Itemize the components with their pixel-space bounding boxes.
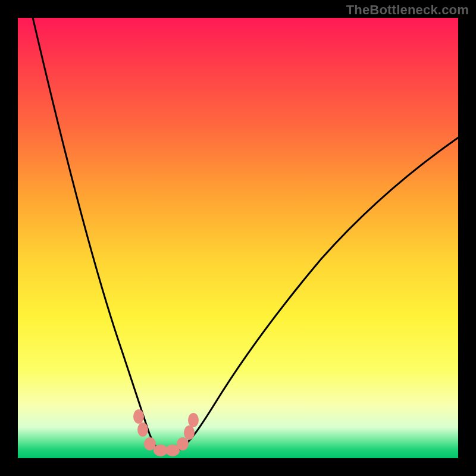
valley-markers [133, 409, 199, 456]
marker-dot [177, 437, 189, 450]
watermark-text: TheBottleneck.com [346, 2, 469, 18]
chart-frame: TheBottleneck.com [0, 0, 476, 476]
marker-dot [188, 413, 199, 427]
marker-dot [184, 425, 195, 440]
bottleneck-curve [18, 18, 458, 458]
marker-dot [133, 409, 144, 424]
curve-right-branch [159, 137, 458, 453]
curve-left-branch [32, 18, 159, 451]
plot-area [18, 18, 458, 458]
marker-dot [137, 422, 148, 437]
